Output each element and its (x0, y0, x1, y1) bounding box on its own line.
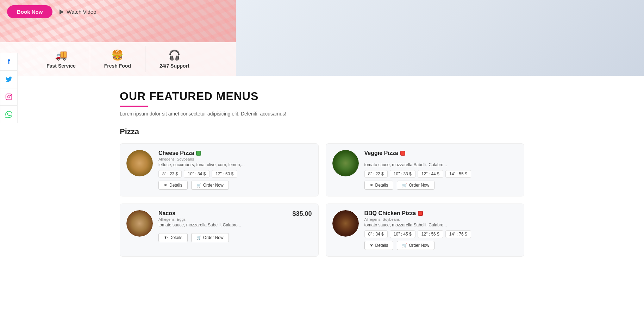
instagram-icon[interactable] (0, 88, 18, 106)
price-12: 12" : 44 $ (418, 170, 443, 178)
menu-card-bbq-chicken: BBQ Chicken Pizza Allregens: Soybeans to… (326, 204, 525, 257)
bbq-chicken-info: BBQ Chicken Pizza Allregens: Soybeans to… (364, 210, 518, 250)
price-8: 8" : 23 $ (158, 170, 182, 178)
twitter-icon[interactable] (0, 70, 18, 88)
veggie-pizza-order-button[interactable]: Order Now (397, 181, 434, 190)
price-14: 14" : 55 $ (445, 170, 471, 178)
cart-icon (196, 235, 201, 240)
cheese-pizza-image (126, 150, 153, 176)
price-14: 14" : 76 $ (445, 230, 471, 238)
nacos-fixed-price: $35.00 (292, 210, 312, 218)
eye-icon (370, 183, 374, 188)
feature-fast-service: 🚚 Fast Service (32, 46, 90, 72)
feature-fresh-food: 🍔 Fresh Food (90, 46, 145, 72)
section-underline (120, 106, 148, 107)
price-10: 10" : 45 $ (390, 230, 415, 238)
eye-icon (370, 243, 374, 248)
bbq-chicken-order-button[interactable]: Order Now (397, 241, 434, 250)
hero-buttons: Book Now Watch Video (7, 5, 229, 18)
cheese-pizza-name: Cheese Pizza (158, 150, 312, 156)
veg-badge (196, 151, 201, 156)
cheese-pizza-prices: 8" : 23 $ 10" : 34 $ 12" : 50 $ (158, 170, 312, 178)
hero-right-panel (236, 0, 644, 76)
whatsapp-icon[interactable] (0, 106, 18, 123)
cheese-pizza-details-button[interactable]: Details (158, 181, 188, 190)
menu-card-nacos: Nacos Allregens: Eggs tomato sauce, mozz… (120, 204, 319, 257)
veggie-pizza-image (332, 150, 359, 176)
menu-grid: Cheese Pizza Allregens: Soybeans lettuce… (120, 143, 524, 257)
bbq-chicken-ingredients: tomato sauce, mozzarella Sabelli, Calabr… (364, 223, 518, 227)
watch-video-label: Watch Video (67, 9, 96, 15)
social-sidebar: f (0, 53, 18, 123)
eye-icon (164, 183, 168, 188)
nonveg-badge (418, 211, 423, 216)
nacos-order-button[interactable]: Order Now (191, 233, 229, 242)
fresh-food-label: Fresh Food (104, 63, 131, 69)
bbq-chicken-prices: 8" : 34 $ 10" : 45 $ 12" : 56 $ 14" : 76… (364, 230, 518, 238)
bbq-chicken-actions: Details Order Now (364, 241, 518, 250)
cheese-pizza-info: Cheese Pizza Allregens: Soybeans lettuce… (158, 150, 312, 190)
price-8: 8" : 22 $ (364, 170, 388, 178)
eye-icon (164, 235, 168, 240)
nonveg-badge (400, 151, 405, 156)
main-content: OUR FEATURED MENUS Lorem ipsum dolor sit… (0, 76, 644, 271)
play-icon (60, 10, 64, 14)
price-10: 10" : 34 $ (184, 170, 210, 178)
feature-support: 🎧 24/7 Support (145, 46, 204, 72)
veggie-pizza-actions: Details Order Now (364, 181, 518, 190)
cart-icon (196, 183, 201, 188)
cheese-pizza-ingredients: lettuce, cucumbers, tuna, olive, corn, l… (158, 162, 312, 167)
burger-icon: 🍔 (111, 49, 124, 61)
facebook-icon[interactable]: f (0, 53, 18, 70)
menu-card-veggie-pizza: Veggie Pizza tomato sauce, mozzarella Sa… (326, 143, 525, 196)
section-title: OUR FEATURED MENUS (120, 90, 524, 103)
veggie-pizza-allregens (364, 157, 518, 161)
cheese-pizza-order-button[interactable]: Order Now (191, 181, 229, 190)
bbq-chicken-allregens: Allregens: Soybeans (364, 217, 518, 221)
bbq-chicken-name: BBQ Chicken Pizza (364, 210, 518, 217)
section-header: OUR FEATURED MENUS Lorem ipsum dolor sit… (120, 90, 524, 117)
cart-icon (402, 183, 407, 188)
bbq-chicken-details-button[interactable]: Details (364, 241, 394, 250)
headset-icon: 🎧 (168, 49, 181, 61)
price-8: 8" : 34 $ (364, 230, 388, 238)
delivery-truck-icon: 🚚 (55, 49, 67, 61)
nacos-allregens: Allregens: Eggs (158, 217, 312, 221)
support-label: 24/7 Support (160, 63, 189, 69)
cart-icon (402, 243, 407, 248)
top-section: Book Now Watch Video 🚚 Fast Service 🍔 Fr… (0, 0, 644, 76)
book-now-button[interactable]: Book Now (7, 5, 52, 18)
section-description: Lorem ipsum dolor sit amet consectetur a… (120, 111, 524, 117)
price-12: 12" : 56 $ (418, 230, 443, 238)
features-bar: 🚚 Fast Service 🍔 Fresh Food 🎧 24/7 Suppo… (0, 42, 236, 76)
nacos-ingredients: tomato sauce, mozzarella Sabelli, Calabr… (158, 223, 312, 227)
cheese-pizza-allregens: Allregens: Soybeans (158, 157, 312, 161)
veggie-pizza-details-button[interactable]: Details (364, 181, 394, 190)
price-10: 10" : 33 $ (390, 170, 415, 178)
nacos-name: Nacos (158, 210, 312, 217)
svg-point-2 (10, 95, 11, 96)
category-title: Pizza (120, 127, 524, 136)
veggie-pizza-ingredients: tomato sauce, mozzarella Sabelli, Calabr… (364, 162, 518, 167)
cheese-pizza-actions: Details Order Now (158, 181, 312, 190)
nacos-info: Nacos Allregens: Eggs tomato sauce, mozz… (158, 210, 312, 242)
bbq-chicken-image (332, 210, 359, 237)
veggie-pizza-prices: 8" : 22 $ 10" : 33 $ 12" : 44 $ 14" : 55… (364, 170, 518, 178)
nacos-image (126, 210, 153, 237)
fast-service-label: Fast Service (46, 63, 76, 69)
svg-rect-0 (6, 94, 12, 100)
price-12: 12" : 50 $ (212, 170, 237, 178)
veggie-pizza-info: Veggie Pizza tomato sauce, mozzarella Sa… (364, 150, 518, 190)
watch-video-link[interactable]: Watch Video (60, 9, 96, 15)
nacos-details-button[interactable]: Details (158, 233, 188, 242)
hero-section: Book Now Watch Video 🚚 Fast Service 🍔 Fr… (0, 0, 236, 76)
veggie-pizza-name: Veggie Pizza (364, 150, 518, 156)
menu-card-cheese-pizza: Cheese Pizza Allregens: Soybeans lettuce… (120, 143, 319, 196)
svg-point-1 (8, 96, 10, 98)
nacos-actions: Details Order Now (158, 233, 312, 242)
